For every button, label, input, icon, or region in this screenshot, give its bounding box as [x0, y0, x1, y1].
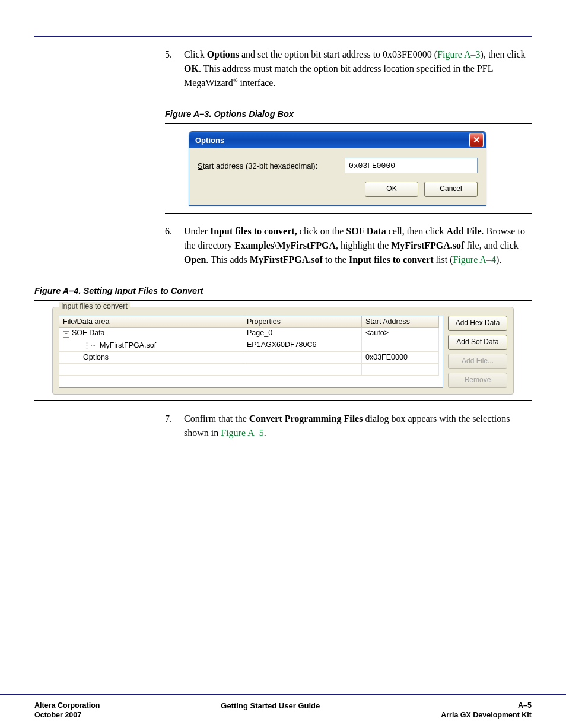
bold-text: Examples\MyFirstFPGA: [234, 240, 336, 250]
text: list (: [434, 255, 453, 265]
cell-startaddr: [362, 339, 439, 352]
text: cell, then click: [386, 226, 447, 236]
text: ).: [496, 255, 501, 265]
address-row: Start address (32-bit hexadecimal):: [198, 158, 478, 173]
step-number: 5.: [165, 47, 184, 90]
step-7: 7. Confirm that the Convert Programming …: [165, 412, 532, 440]
accesskey-underline: S: [198, 161, 203, 170]
figure-rule: [165, 123, 532, 124]
text: . This adds: [206, 255, 249, 265]
bold-text: Input files to convert,: [210, 226, 297, 236]
text: and set the option bit start address to …: [239, 49, 437, 59]
empty-cell: [243, 364, 362, 376]
bold-text: MyFirstFPGA.sof: [391, 240, 464, 250]
cell-properties: [243, 352, 362, 364]
page-footer: Altera Corporation October 2007 Getting …: [0, 694, 566, 728]
top-rule: [34, 36, 532, 37]
col-header-startaddr: Start Address: [362, 316, 439, 328]
start-address-label: Start address (32-bit hexadecimal):: [198, 161, 338, 170]
options-dialog: Options ✕ Start address (32-bit hexadeci…: [189, 131, 486, 206]
ok-button[interactable]: OK: [365, 182, 418, 197]
side-buttons: Add Hex Data Add Sof Data Add File... Re…: [448, 316, 507, 388]
text: Under: [184, 226, 210, 236]
remove-button: Remove: [448, 373, 507, 388]
bold-text: SOF Data: [346, 226, 386, 236]
col-header-properties: Properties: [243, 316, 362, 328]
input-files-groupbox: Input files to convert File/Data area Pr…: [52, 307, 514, 395]
bold-text: Convert Programming Files: [249, 414, 363, 424]
cell-startaddr: 0x03FE0000: [362, 352, 439, 364]
cell-text: SOF Data: [72, 329, 105, 337]
text: , highlight the: [336, 240, 391, 250]
footer-page-number: A–5: [441, 701, 532, 710]
bold-text: Input files to convert: [349, 255, 434, 265]
footer-doc-title: Getting Started User Guide: [221, 701, 320, 719]
text: interface.: [237, 78, 275, 88]
footer-company: Altera Corporation: [34, 701, 100, 710]
groupbox-legend: Input files to convert: [59, 302, 130, 310]
step-body: Click Options and set the option bit sta…: [184, 47, 532, 90]
input-files-figure: Input files to convert File/Data area Pr…: [52, 307, 514, 395]
text: click on the: [297, 226, 346, 236]
add-file-button: Add File...: [448, 354, 507, 369]
tree-branch-icon: ⋮⋯: [83, 341, 100, 349]
figure-ref-link[interactable]: Figure A–3: [437, 49, 480, 59]
figure-a4-caption: Figure A–4. Setting Input Files to Conve…: [34, 286, 532, 295]
cell-properties: Page_0: [243, 328, 362, 339]
figure-rule: [165, 213, 532, 214]
close-glyph: ✕: [473, 135, 481, 145]
text: .: [264, 428, 266, 438]
empty-cell: [362, 364, 439, 376]
close-icon[interactable]: ✕: [469, 133, 484, 147]
start-address-input[interactable]: [345, 158, 478, 173]
dialog-title: Options: [195, 136, 224, 145]
cancel-button[interactable]: Cancel: [424, 182, 478, 197]
table-row[interactable]: Options: [59, 352, 243, 364]
bold-text: Options: [207, 49, 239, 59]
cell-text: Options: [83, 353, 109, 361]
figure-ref-link[interactable]: Figure A–4: [453, 255, 495, 265]
step-number: 7.: [165, 412, 184, 440]
cell-text: MyFirstFPGA.sof: [100, 341, 156, 349]
add-hex-data-button[interactable]: Add Hex Data: [448, 316, 507, 331]
text: Click: [184, 49, 207, 59]
cell-startaddr: <auto>: [362, 328, 439, 339]
table-row[interactable]: ⋮⋯ MyFirstFPGA.sof: [59, 339, 243, 352]
step-body: Confirm that the Convert Programming Fil…: [184, 412, 532, 440]
figure-rule: [34, 400, 532, 401]
empty-cell: [59, 364, 243, 376]
figure-a3-caption: Figure A–3. Options Dialog Box: [165, 109, 532, 119]
figure-rule: [34, 300, 532, 301]
step-body: Under Input files to convert, click on t…: [184, 224, 532, 267]
text: to the: [323, 255, 349, 265]
dialog-buttons: OK Cancel: [198, 182, 478, 197]
dialog-titlebar: Options ✕: [189, 132, 486, 148]
bold-text: OK: [184, 63, 199, 74]
step-5: 5. Click Options and set the option bit …: [165, 47, 532, 90]
step-6: 6. Under Input files to convert, click o…: [165, 224, 532, 267]
bold-text: Add File: [446, 226, 481, 236]
bold-text: MyFirstFPGA.sof: [250, 255, 323, 265]
footer-product: Arria GX Development Kit: [441, 711, 532, 719]
files-table: File/Data area Properties Start Address …: [59, 316, 443, 388]
dialog-body: Start address (32-bit hexadecimal): OK C…: [189, 148, 486, 205]
col-header-file: File/Data area: [59, 316, 243, 328]
figure-ref-link[interactable]: Figure A–5: [221, 428, 263, 438]
text: ), then click: [481, 49, 526, 59]
cell-properties: EP1AGX60DF780C6: [243, 339, 362, 352]
bold-text: Open: [184, 255, 206, 265]
table-row[interactable]: –SOF Data: [59, 328, 243, 339]
text: . This address must match the option bit…: [184, 63, 493, 88]
text: Confirm that the: [184, 414, 249, 424]
tree-collapse-icon[interactable]: –: [63, 331, 69, 338]
step-number: 6.: [165, 224, 184, 267]
footer-date: October 2007: [34, 711, 100, 719]
text: file, and click: [464, 240, 519, 250]
add-sof-data-button[interactable]: Add Sof Data: [448, 335, 507, 350]
